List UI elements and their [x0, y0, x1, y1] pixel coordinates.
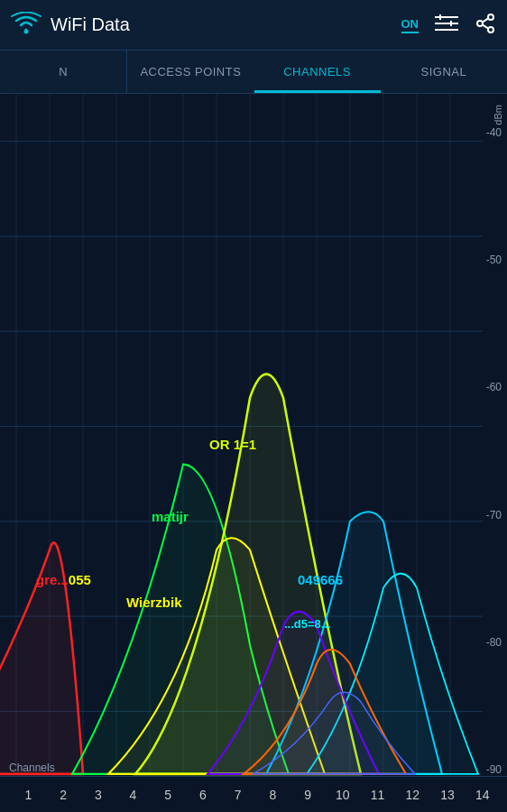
x-label-12: 12 [395, 788, 430, 802]
svg-line-10 [483, 24, 489, 28]
y-label-80: -80 [486, 636, 502, 649]
x-label-7: 7 [220, 788, 255, 802]
x-label-13: 13 [430, 788, 466, 802]
tab-channels[interactable]: CHANNELS [254, 51, 381, 93]
x-label-2: 2 [46, 788, 81, 802]
y-label-90: -90 [486, 763, 502, 776]
y-label-50: -50 [486, 254, 502, 266]
channel-chart: dBm -40 -50 -60 -70 -80 -90 gre...055 ma… [0, 94, 507, 812]
header-actions: ON [401, 13, 497, 38]
app-header: WiFi Data ON [0, 0, 507, 51]
x-label-10: 10 [325, 788, 360, 802]
x-label-3: 3 [80, 788, 115, 802]
tab-n[interactable]: N [0, 51, 127, 93]
x-axis: 1 2 3 4 5 6 7 8 9 10 11 12 13 14 [0, 776, 507, 812]
settings-icon[interactable] [435, 14, 458, 37]
x-label-9: 9 [290, 788, 326, 802]
y-label-70: -70 [486, 509, 502, 521]
share-icon[interactable] [475, 13, 496, 38]
x-label-1: 1 [11, 788, 46, 802]
y-label-60: -60 [486, 381, 502, 393]
x-label-5: 5 [151, 788, 186, 802]
app-title: WiFi Data [51, 14, 130, 35]
svg-point-7 [477, 21, 483, 26]
svg-line-9 [483, 18, 489, 22]
tab-signal[interactable]: SIGNAL [381, 51, 507, 93]
x-label-14: 14 [465, 788, 500, 802]
y-label-40: -40 [486, 126, 502, 139]
x-label-4: 4 [115, 788, 151, 802]
x-label-11: 11 [360, 788, 395, 802]
x-label-8: 8 [255, 788, 290, 802]
tab-bar: N ACCESS POINTS CHANNELS SIGNAL [0, 51, 507, 94]
y-axis: -40 -50 -60 -70 -80 -90 [486, 94, 502, 776]
on-badge[interactable]: ON [401, 17, 419, 33]
tab-access-points[interactable]: ACCESS POINTS [127, 51, 254, 93]
x-label-6: 6 [186, 788, 221, 802]
svg-point-6 [488, 14, 493, 20]
svg-point-8 [488, 27, 493, 32]
wifi-icon [11, 12, 41, 39]
x-labels: 1 2 3 4 5 6 7 8 9 10 11 12 13 14 [0, 788, 507, 802]
svg-point-0 [24, 29, 29, 33]
channels-text-label: Channels [9, 761, 55, 774]
